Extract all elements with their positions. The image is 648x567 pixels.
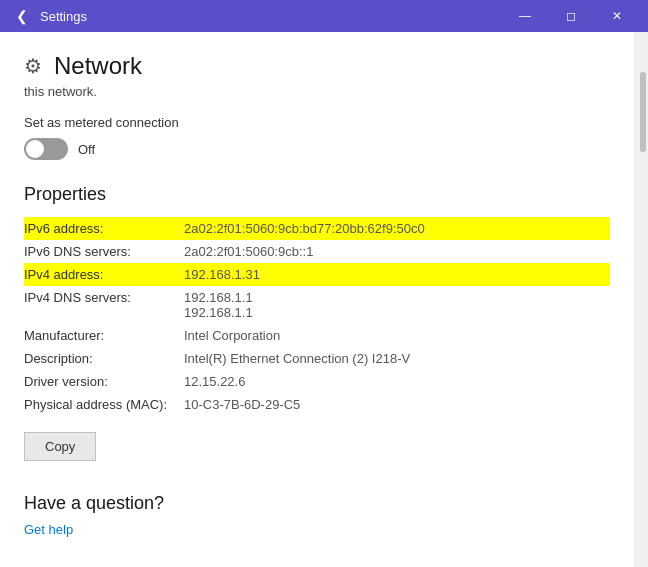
window-title: Settings [40, 9, 502, 24]
properties-table: IPv6 address: 2a02:2f01:5060:9cb:bd77:20… [24, 217, 610, 416]
property-value: 192.168.1.1192.168.1.1 [184, 286, 610, 324]
table-row: IPv6 address: 2a02:2f01:5060:9cb:bd77:20… [24, 217, 610, 240]
table-row: IPv6 DNS servers: 2a02:2f01:5060:9cb::1 [24, 240, 610, 263]
property-label: IPv4 address: [24, 263, 184, 286]
subtitle: this network. [24, 84, 610, 99]
metered-toggle[interactable] [24, 138, 68, 160]
window: ❮ Settings — ◻ ✕ ⚙ Network this network. [0, 0, 648, 567]
table-row: Driver version: 12.15.22.6 [24, 370, 610, 393]
close-icon: ✕ [612, 9, 622, 23]
table-row: Manufacturer: Intel Corporation [24, 324, 610, 347]
property-label: Physical address (MAC): [24, 393, 184, 416]
property-value: 2a02:2f01:5060:9cb::1 [184, 240, 610, 263]
property-label: Manufacturer: [24, 324, 184, 347]
property-value: 12.15.22.6 [184, 370, 610, 393]
restore-button[interactable]: ◻ [548, 0, 594, 32]
property-value: Intel Corporation [184, 324, 610, 347]
help-title: Have a question? [24, 493, 610, 514]
table-row: Description: Intel(R) Ethernet Connectio… [24, 347, 610, 370]
scrollbar[interactable] [634, 32, 648, 567]
property-value: 192.168.1.31 [184, 263, 610, 286]
restore-icon: ◻ [566, 9, 576, 23]
table-row: IPv4 address: 192.168.1.31 [24, 263, 610, 286]
property-label: Driver version: [24, 370, 184, 393]
help-section: Have a question? Get help [24, 493, 610, 538]
copy-button[interactable]: Copy [24, 432, 96, 461]
properties-title: Properties [24, 184, 610, 205]
toggle-knob [26, 140, 44, 158]
get-help-link[interactable]: Get help [24, 522, 73, 537]
main-content: ⚙ Network this network. Set as metered c… [0, 32, 634, 567]
minimize-icon: — [519, 9, 531, 23]
property-label: IPv6 address: [24, 217, 184, 240]
title-bar: ❮ Settings — ◻ ✕ [0, 0, 648, 32]
toggle-row: Off [24, 138, 610, 160]
property-value: Intel(R) Ethernet Connection (2) I218-V [184, 347, 610, 370]
property-value: 10-C3-7B-6D-29-C5 [184, 393, 610, 416]
property-value: 2a02:2f01:5060:9cb:bd77:20bb:62f9:50c0 [184, 217, 610, 240]
page-header: ⚙ Network [24, 52, 610, 80]
minimize-button[interactable]: — [502, 0, 548, 32]
metered-label: Set as metered connection [24, 115, 610, 130]
table-row: Physical address (MAC): 10-C3-7B-6D-29-C… [24, 393, 610, 416]
property-label: IPv4 DNS servers: [24, 286, 184, 324]
table-row: IPv4 DNS servers: 192.168.1.1192.168.1.1 [24, 286, 610, 324]
property-label: Description: [24, 347, 184, 370]
property-label: IPv6 DNS servers: [24, 240, 184, 263]
toggle-state-label: Off [78, 142, 95, 157]
content-area: ⚙ Network this network. Set as metered c… [0, 32, 648, 567]
back-button[interactable]: ❮ [8, 2, 36, 30]
window-controls: — ◻ ✕ [502, 0, 640, 32]
close-button[interactable]: ✕ [594, 0, 640, 32]
back-arrow-icon: ❮ [16, 8, 28, 24]
scrollbar-thumb[interactable] [640, 72, 646, 152]
page-title: Network [54, 52, 142, 80]
gear-icon: ⚙ [24, 54, 42, 78]
